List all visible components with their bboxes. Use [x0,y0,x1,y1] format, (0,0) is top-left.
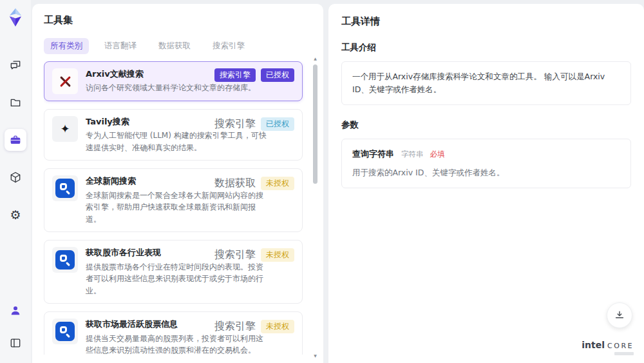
tool-tags: 搜索引擎 未授权 [214,319,294,335]
intel-logo-text: intel [582,340,605,350]
brand-submark [614,352,634,355]
folder-icon[interactable] [5,92,26,113]
panel-toggle-icon[interactable] [5,332,26,354]
tab-label: 搜索引擎 [213,41,245,50]
tool-auth-badge: 已授权 [261,117,294,131]
tool-description: 专为人工智能代理 (LLM) 构建的搜索引擎工具，可快速提供实时、准确和真实的结… [86,130,269,153]
tool-tags: 搜索引擎 已授权 [214,116,294,132]
sidebar-bottom [5,300,26,354]
blue-search-icon [52,319,78,344]
category-tab[interactable]: 所有类别 [44,38,89,54]
blue-search-icon [52,175,78,201]
tool-tags: 搜索引擎 已授权 [214,68,294,82]
tool-tags: 数据获取 未授权 [214,175,294,191]
tool-description: 提供股票市场各个行业在特定时间段内的表现。投资者可以利用这些信息来识别表现优于或… [86,261,269,297]
settings-gear-icon[interactable]: ⚙ [5,204,26,226]
params-heading: 参数 [341,119,631,131]
param-box: 查询字符串 字符串 必填 用于搜索的Arxiv ID、关键字或作者姓名。 [341,139,631,188]
intro-text-box: 一个用于从Arxiv存储库搜索科学论文和文章的工具。 输入可以是Arxiv ID… [341,61,631,105]
cube-icon[interactable] [5,166,26,188]
intro-heading: 工具介绍 [341,42,631,54]
param-type: 字符串 [401,150,424,159]
tool-auth-badge: 未授权 [261,177,294,190]
tool-auth-badge: 未授权 [261,248,294,262]
category-tab[interactable]: 搜索引擎 [206,38,251,54]
download-button[interactable] [607,302,632,328]
intel-core-logo: intelCORE [582,338,634,355]
tool-card[interactable]: 全球新闻搜索 全球新闻搜索是一个聚合全球各大新闻网站内容的搜索引擎，帮助用户快速… [44,168,303,232]
param-header: 查询字符串 字符串 必填 [352,148,620,161]
tool-detail-panel: 工具详情 工具介绍 一个用于从Arxiv存储库搜索科学论文和文章的工具。 输入可… [328,4,644,363]
tool-description: 全球新闻搜索是一个聚合全球各大新闻网站内容的搜索引擎，帮助用户快速获取全球最新资… [86,190,269,226]
intro-text: 一个用于从Arxiv存储库搜索科学论文和文章的工具。 输入可以是Arxiv ID… [352,72,605,94]
sidebar: ⚙ [0,0,31,363]
arxiv-logo-icon [52,68,78,94]
tool-description: 提供当天交易量最高的股票列表，投资者可以利用这些信息来识别流动性强的股票和潜在的… [86,333,269,355]
tool-description: 访问各个研究领域大量科学论文和文章的存储库。 [86,82,269,94]
scrollbar[interactable]: ▲ ▼ [312,57,318,358]
tool-category-tag: 搜索引擎 [214,247,256,263]
scrollbar-up-arrow[interactable]: ▲ [312,57,318,61]
detail-title: 工具详情 [341,15,631,28]
toolbox-icon[interactable] [5,129,26,151]
core-logo-text: CORE [607,342,634,350]
tool-auth-badge: 未授权 [261,320,294,333]
blue-search-icon [52,247,78,273]
scrollbar-thumb[interactable] [313,64,317,184]
param-name: 查询字符串 [352,149,394,159]
chat-icon[interactable] [5,54,26,76]
tool-card[interactable]: 获取股市各行业表现 提供股票市场各个行业在特定时间段内的表现。投资者可以利用这些… [44,240,303,304]
param-required-badge: 必填 [430,150,444,159]
tool-card[interactable]: Arxiv文献搜索 访问各个研究领域大量科学论文和文章的存储库。 搜索引擎 已授… [44,61,303,101]
tool-category-tag: 数据获取 [214,175,256,191]
tool-category-tag: 搜索引擎 [214,116,256,132]
page-title: 工具集 [44,14,312,26]
tab-label: 语言翻译 [104,41,137,50]
tavily-star-icon: ✦ [52,116,78,142]
sidebar-nav: ⚙ [5,54,26,226]
tab-label: 数据获取 [158,41,191,50]
category-tab[interactable]: 语言翻译 [98,38,143,54]
tool-list: Arxiv文献搜索 访问各个研究领域大量科学论文和文章的存储库。 搜索引擎 已授… [44,61,312,355]
tab-label: 所有类别 [50,41,82,50]
scrollbar-down-arrow[interactable]: ▼ [312,354,318,358]
category-tabs: 所有类别语言翻译数据获取搜索引擎 [44,38,312,54]
tool-card[interactable]: 获取市场最活跃股票信息 提供当天交易量最高的股票列表，投资者可以利用这些信息来识… [44,311,303,355]
category-tab[interactable]: 数据获取 [152,38,197,54]
user-avatar-icon[interactable] [5,300,26,322]
param-description: 用于搜索的Arxiv ID、关键字或作者姓名。 [352,166,620,179]
tool-card[interactable]: ✦ Tavily搜索 专为人工智能代理 (LLM) 构建的搜索引擎工具，可快速提… [44,109,303,161]
tool-category-tag: 搜索引擎 [214,68,256,82]
app-window: ⚙ 工具集 所有类别语言翻译数据获取搜索引擎 Arxiv文 [0,0,644,363]
app-logo-icon [6,6,25,28]
tool-list-panel: 工具集 所有类别语言翻译数据获取搜索引擎 Arxiv文献搜索 访问各个研究领域大… [32,4,323,363]
tool-category-tag: 搜索引擎 [214,319,256,335]
tool-tags: 搜索引擎 未授权 [214,247,294,263]
tool-auth-badge: 已授权 [261,68,294,82]
